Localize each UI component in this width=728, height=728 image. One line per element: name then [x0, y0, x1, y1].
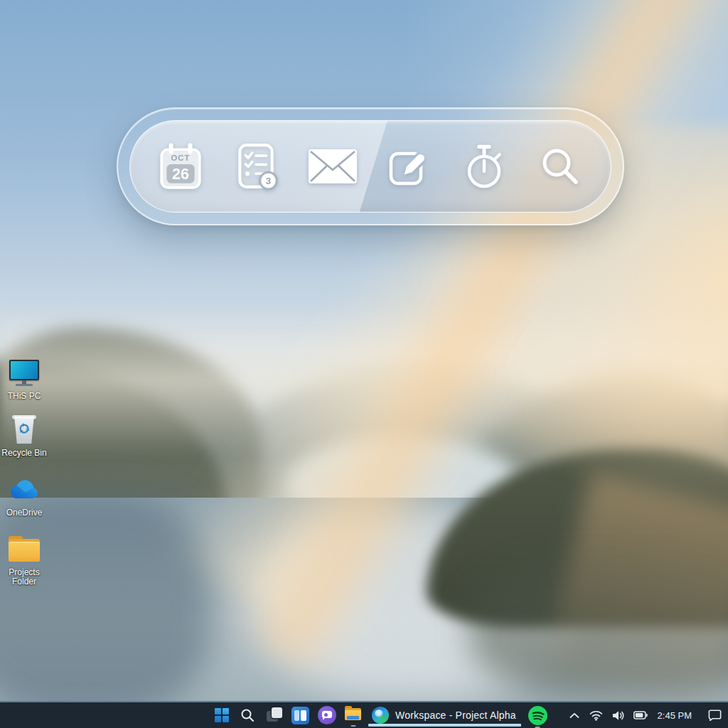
taskbar: Workspace - Project Alpha [0, 701, 728, 728]
window-title: Workspace - Project Alpha [395, 710, 516, 721]
widget-calendar-button[interactable]: OCT 26 [155, 141, 206, 192]
calendar-day: 26 [172, 165, 189, 183]
tray-volume-icon[interactable] [611, 705, 626, 726]
onedrive-icon [7, 475, 41, 505]
cloud-icon [7, 478, 41, 502]
desktop-icon-projects-folder[interactable]: Projects Folder [1, 535, 47, 587]
task-view-button[interactable] [261, 702, 287, 728]
folder-front [9, 542, 40, 562]
search-icon [538, 144, 582, 188]
calendar-month: OCT [171, 154, 190, 162]
compose-icon [385, 144, 431, 189]
wallpaper-lake-shadow-left [0, 491, 213, 701]
active-window-indicator [368, 724, 521, 727]
desktop-icon-label: THiS PC [8, 392, 41, 401]
desktop: OCT 26 3 [0, 0, 728, 728]
system-tray: 2:45 PM [567, 702, 724, 728]
taskbar-search-button[interactable] [235, 702, 261, 728]
search-icon [240, 708, 255, 723]
taskbar-clock[interactable]: 2:45 PM [655, 710, 695, 721]
task-list-icon: 3 [235, 142, 278, 191]
stopwatch-icon [461, 142, 507, 191]
glass-widget-bar-inner: OCT 26 3 [129, 120, 611, 213]
glass-widget-bar: OCT 26 3 [117, 107, 624, 225]
start-button[interactable] [208, 702, 235, 728]
chat-icon [318, 706, 336, 724]
desktop-icon-label: OneDrive [6, 508, 43, 518]
tray-battery-icon[interactable] [633, 705, 648, 726]
running-app-indicator [350, 725, 355, 727]
calendar-icon: OCT 26 [159, 143, 202, 190]
mail-icon [307, 148, 358, 185]
desktop-icon-label: Projects Folder [1, 568, 47, 587]
recycle-symbol-icon [17, 422, 31, 436]
window-button-workspace-project-alpha[interactable]: Workspace - Project Alpha [366, 702, 523, 728]
tray-chevron-up-icon[interactable] [567, 705, 582, 726]
desktop-wallpaper [0, 0, 728, 701]
desktop-icon-this-pc[interactable]: THiS PC [1, 358, 47, 401]
tray-wifi-icon[interactable] [589, 705, 604, 726]
windows-logo-icon [215, 708, 229, 722]
widget-search-button[interactable] [535, 141, 586, 192]
widget-mail-button[interactable] [307, 141, 358, 192]
widget-compose-button[interactable] [382, 141, 434, 192]
spotify-button[interactable] [523, 702, 550, 728]
notification-center-icon[interactable] [707, 705, 722, 726]
file-explorer-button[interactable] [340, 702, 366, 728]
widget-tasks-button[interactable]: 3 [231, 141, 282, 192]
widget-timer-button[interactable] [459, 141, 510, 192]
spotify-icon [528, 706, 547, 725]
desktop-icon-recycle-bin[interactable]: Recycle Bin [1, 415, 47, 458]
widgets-button[interactable] [287, 702, 314, 728]
monitor-base [16, 384, 33, 386]
widgets-icon [291, 707, 309, 724]
this-pc-icon [7, 358, 41, 388]
edge-browser-icon [372, 707, 389, 724]
chat-button[interactable] [314, 702, 340, 728]
desktop-icon-onedrive[interactable]: OneDrive [1, 475, 47, 518]
folder-icon [7, 535, 41, 564]
recycle-bin-icon [7, 415, 41, 445]
monitor-screen [9, 360, 39, 380]
desktop-icon-label: Recycle Bin [1, 449, 46, 458]
taskbar-center-group: Workspace - Project Alpha [208, 702, 550, 728]
tasks-badge: 3 [265, 176, 270, 186]
